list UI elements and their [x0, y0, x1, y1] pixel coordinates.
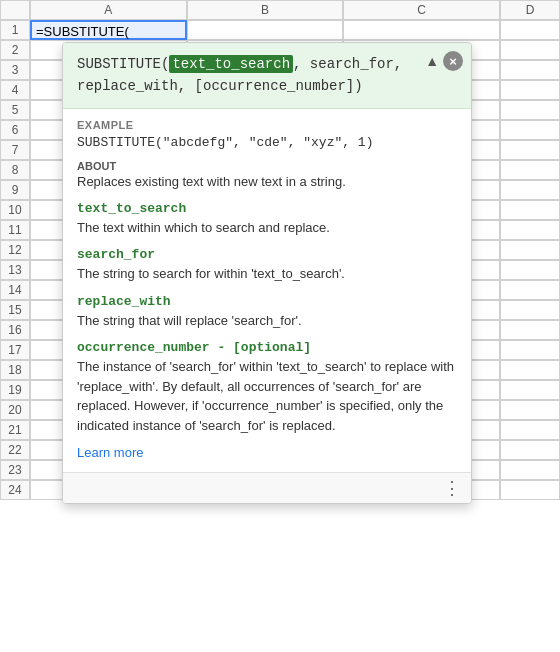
cell-d11[interactable]: [500, 220, 560, 240]
row-num-17: 17: [0, 340, 30, 360]
row-num-18: 18: [0, 360, 30, 380]
cell-d10[interactable]: [500, 200, 560, 220]
cell-d16[interactable]: [500, 320, 560, 340]
row-num-23: 23: [0, 460, 30, 480]
row-num-13: 13: [0, 260, 30, 280]
formula-cell-a1[interactable]: =SUBSTITUTE(: [30, 20, 187, 40]
cell-d18[interactable]: [500, 360, 560, 380]
row-num-12: 12: [0, 240, 30, 260]
spreadsheet-grid: A B C D 1 =SUBSTITUTE( 2 3 4 5 6 7 8 9 1…: [0, 0, 560, 500]
signature-suffix: , search_for,: [293, 56, 402, 72]
row-num-9: 9: [0, 180, 30, 200]
example-label: EXAMPLE: [77, 119, 457, 131]
tooltip-bottom-bar: ⋮: [63, 472, 471, 503]
row-num-11: 11: [0, 220, 30, 240]
row-num-19: 19: [0, 380, 30, 400]
param-desc-0: The text within which to search and repl…: [77, 218, 457, 238]
cell-d12[interactable]: [500, 240, 560, 260]
row-num-8: 8: [0, 160, 30, 180]
about-label: ABOUT: [77, 160, 457, 172]
chevron-up-icon[interactable]: ▲: [425, 53, 439, 69]
formula-tooltip: SUBSTITUTE(text_to_search, search_for, r…: [62, 42, 472, 504]
cell-d7[interactable]: [500, 140, 560, 160]
param-name-1: search_for: [77, 247, 457, 262]
cell-d24[interactable]: [500, 480, 560, 500]
three-dots-menu[interactable]: ⋮: [443, 477, 463, 499]
row-num-21: 21: [0, 420, 30, 440]
row-num-1: 1: [0, 20, 30, 40]
row-num-5: 5: [0, 100, 30, 120]
about-text: Replaces existing text with new text in …: [77, 174, 457, 189]
param-name-0: text_to_search: [77, 201, 457, 216]
cell-c1[interactable]: [343, 20, 500, 40]
cell-d8[interactable]: [500, 160, 560, 180]
cell-d17[interactable]: [500, 340, 560, 360]
cell-d2[interactable]: [500, 40, 560, 60]
row-num-24: 24: [0, 480, 30, 500]
row-num-22: 22: [0, 440, 30, 460]
col-header-empty: [0, 0, 30, 20]
col-header-b[interactable]: B: [187, 0, 344, 20]
highlighted-param: text_to_search: [169, 55, 293, 73]
param-desc-2: The string that will replace 'search_for…: [77, 311, 457, 331]
row-num-6: 6: [0, 120, 30, 140]
cell-d20[interactable]: [500, 400, 560, 420]
param-name-3: occurrence_number - [optional]: [77, 340, 457, 355]
cell-d4[interactable]: [500, 80, 560, 100]
cell-d23[interactable]: [500, 460, 560, 480]
cell-d14[interactable]: [500, 280, 560, 300]
row-num-14: 14: [0, 280, 30, 300]
param-desc-3: The instance of 'search_for' within 'tex…: [77, 357, 457, 435]
cell-d13[interactable]: [500, 260, 560, 280]
row-num-3: 3: [0, 60, 30, 80]
tooltip-header: SUBSTITUTE(text_to_search, search_for, r…: [63, 43, 471, 109]
signature-prefix: SUBSTITUTE(: [77, 56, 169, 72]
cell-d22[interactable]: [500, 440, 560, 460]
cell-d5[interactable]: [500, 100, 560, 120]
col-header-a[interactable]: A: [30, 0, 187, 20]
learn-more-link[interactable]: Learn more: [77, 445, 143, 460]
example-code: SUBSTITUTE("abcdefg", "cde", "xyz", 1): [77, 135, 457, 150]
cell-d19[interactable]: [500, 380, 560, 400]
row-num-16: 16: [0, 320, 30, 340]
cell-d21[interactable]: [500, 420, 560, 440]
cell-d3[interactable]: [500, 60, 560, 80]
row-num-4: 4: [0, 80, 30, 100]
row-num-20: 20: [0, 400, 30, 420]
close-button[interactable]: ×: [443, 51, 463, 71]
tooltip-body: EXAMPLE SUBSTITUTE("abcdefg", "cde", "xy…: [63, 109, 471, 473]
tooltip-signature-line2: replace_with, [occurrence_number]): [77, 75, 435, 97]
tooltip-signature-line1: SUBSTITUTE(text_to_search, search_for,: [77, 53, 435, 75]
cell-d6[interactable]: [500, 120, 560, 140]
cell-d9[interactable]: [500, 180, 560, 200]
row-num-15: 15: [0, 300, 30, 320]
col-header-c[interactable]: C: [343, 0, 500, 20]
cell-d1[interactable]: [500, 20, 560, 40]
param-desc-1: The string to search for within 'text_to…: [77, 264, 457, 284]
col-header-d[interactable]: D: [500, 0, 560, 20]
row-num-2: 2: [0, 40, 30, 60]
cell-b1[interactable]: [187, 20, 344, 40]
row-num-7: 7: [0, 140, 30, 160]
cell-d15[interactable]: [500, 300, 560, 320]
row-num-10: 10: [0, 200, 30, 220]
param-name-2: replace_with: [77, 294, 457, 309]
